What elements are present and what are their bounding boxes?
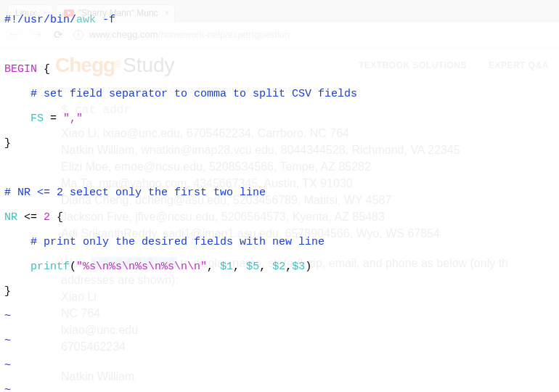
code-line: # set field separator to comma to split … — [4, 88, 559, 100]
code-line — [4, 162, 559, 174]
vim-tilde: ~ — [4, 384, 559, 392]
vim-tilde: ~ — [4, 335, 559, 347]
vim-tilde: ~ — [4, 359, 559, 372]
code-line: FS = "," — [4, 113, 559, 125]
code-line: } — [4, 285, 559, 298]
code-line: BEGIN { — [4, 63, 559, 75]
code-line: # NR <= 2 select only the first two line — [4, 187, 559, 199]
vim-tilde: ~ — [4, 310, 559, 322]
code-line: # print only the desired fields with new… — [4, 236, 559, 248]
code-line: printf("%s\n%s\n%s\n%s\n\n", $1, $5, $2,… — [4, 261, 559, 273]
code-line: #!/usr/bin/awk -f — [4, 14, 559, 26]
code-line: NR <= 2 { — [4, 211, 559, 224]
code-line — [4, 38, 559, 51]
code-line: } — [4, 137, 559, 150]
